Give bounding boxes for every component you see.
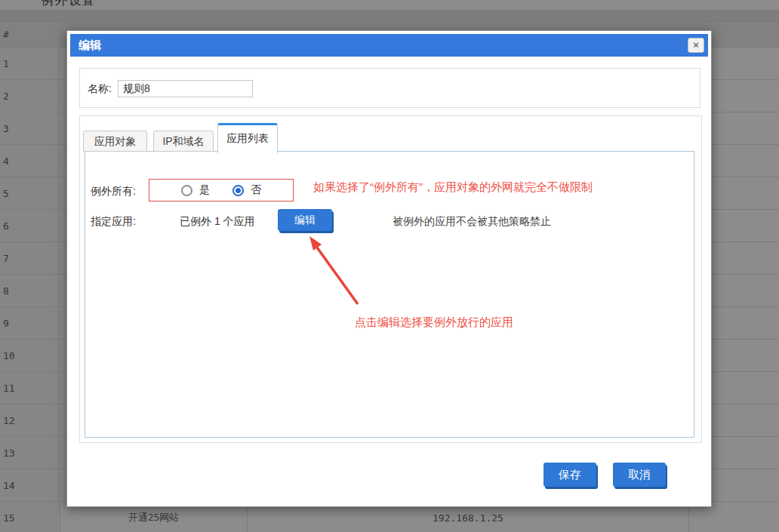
- exception-all-label: 例外所有:: [91, 185, 136, 198]
- dialog-title: 编辑: [79, 38, 101, 51]
- rule-name-input[interactable]: [118, 80, 253, 97]
- tab-application-list[interactable]: 应用列表: [217, 123, 278, 153]
- radio-no[interactable]: 否: [232, 183, 261, 197]
- exception-count-text: 已例外 1 个应用: [180, 215, 255, 229]
- specified-app-label: 指定应用:: [91, 215, 136, 229]
- cancel-button[interactable]: 取消: [613, 463, 666, 487]
- screen: 例外设置 # 123456789101112131415开通25网站192.16…: [0, 0, 779, 532]
- edit-app-button[interactable]: 编辑: [278, 209, 332, 231]
- radio-no-icon[interactable]: [232, 185, 244, 196]
- annotation-exception-note: 如果选择了“例外所有”，应用对象的外网就完全不做限制: [313, 180, 593, 195]
- name-section: 名称:: [79, 68, 700, 108]
- radio-yes-label: 是: [199, 183, 210, 197]
- dialog-titlebar: 编辑: [70, 34, 708, 57]
- tab-ip-and-domain[interactable]: IP和域名: [153, 131, 214, 152]
- close-icon[interactable]: ×: [688, 38, 704, 53]
- exception-all-radio-group: 是 否: [149, 179, 294, 201]
- radio-yes-icon[interactable]: [181, 185, 192, 196]
- edit-hint-text: 被例外的应用不会被其他策略禁止: [393, 215, 551, 229]
- save-button[interactable]: 保存: [543, 463, 596, 487]
- annotation-click-edit-note: 点击编辑选择要例外放行的应用: [355, 315, 513, 330]
- radio-no-label: 否: [251, 183, 261, 197]
- radio-yes[interactable]: 是: [181, 183, 210, 197]
- edit-dialog: 编辑 × 名称: 应用对象 IP和域名 应用列表 例外所有: 是 否 如果选择了…: [66, 30, 712, 507]
- tab-application-object[interactable]: 应用对象: [83, 131, 147, 152]
- name-label: 名称:: [88, 82, 112, 96]
